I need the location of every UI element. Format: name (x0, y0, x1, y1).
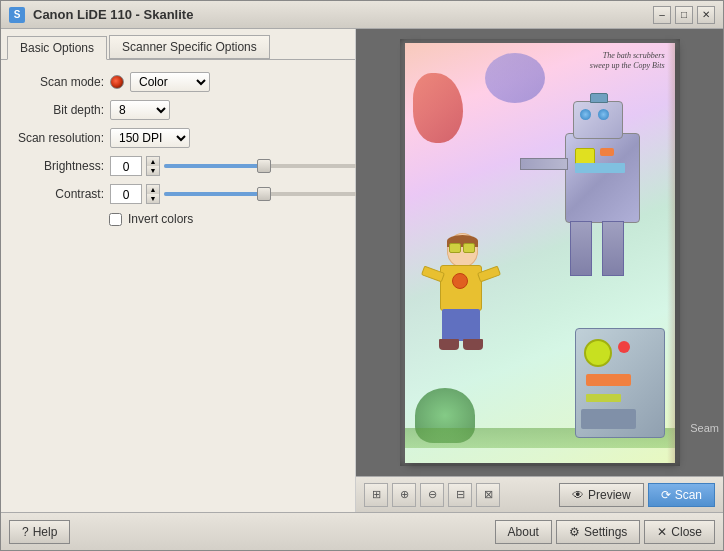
scan-icon: ⟳ (661, 488, 671, 502)
settings-icon: ⚙ (569, 525, 580, 539)
window-bottom-bar: ? Help About ⚙ Settings ✕ Close (1, 512, 723, 550)
close-label: Close (671, 525, 702, 539)
content-area: Basic Options Scanner Specific Options S… (1, 29, 723, 512)
scan-preview: The bath scrubbers sweep up the Copy Bit… (405, 43, 675, 463)
help-icon: ? (22, 525, 29, 539)
settings-label: Settings (584, 525, 627, 539)
brightness-value: 0 (110, 156, 142, 176)
contrast-down[interactable]: ▼ (147, 194, 159, 203)
tab-bar: Basic Options Scanner Specific Options (1, 29, 355, 60)
app-icon: S (9, 7, 25, 23)
scan-resolution-row: Scan resolution: 75 DPI 100 DPI 150 DPI … (9, 128, 347, 148)
tab-scanner-specific[interactable]: Scanner Specific Options (109, 35, 270, 59)
close-icon: ✕ (657, 525, 667, 539)
scan-image: The bath scrubbers sweep up the Copy Bit… (405, 43, 675, 463)
crop-button[interactable]: ⊠ (476, 483, 500, 507)
invert-colors-checkbox[interactable] (109, 213, 122, 226)
bit-depth-label: Bit depth: (9, 103, 104, 117)
settings-button[interactable]: ⚙ Settings (556, 520, 640, 544)
preview-icon: 👁 (572, 488, 584, 502)
right-panel: The bath scrubbers sweep up the Copy Bit… (356, 29, 723, 512)
bottom-right: About ⚙ Settings ✕ Close (495, 520, 715, 544)
invert-colors-label: Invert colors (128, 212, 193, 226)
brightness-row: Brightness: 0 ▲ ▼ (9, 156, 347, 176)
seam-label: Seam (690, 422, 719, 434)
close-dialog-button[interactable]: ✕ Close (644, 520, 715, 544)
scan-mode-label: Scan mode: (9, 75, 104, 89)
preview-button[interactable]: 👁 Preview (559, 483, 644, 507)
contrast-up[interactable]: ▲ (147, 185, 159, 194)
contrast-row: Contrast: 0 ▲ ▼ (9, 184, 347, 204)
zoom-out-button[interactable]: ⊖ (420, 483, 444, 507)
bit-depth-select[interactable]: 8 16 (110, 100, 170, 120)
scan-mode-select[interactable]: Color Gray Lineart (130, 72, 210, 92)
contrast-slider[interactable] (164, 192, 364, 196)
scan-label: Scan (675, 488, 702, 502)
scan-resolution-label: Scan resolution: (9, 131, 104, 145)
options-area: Scan mode: Color Gray Lineart Bit depth:… (1, 60, 355, 238)
maximize-button[interactable]: □ (675, 6, 693, 24)
window-controls: – □ ✕ (653, 6, 715, 24)
bottom-left: ? Help (9, 520, 70, 544)
help-button[interactable]: ? Help (9, 520, 70, 544)
tab-basic[interactable]: Basic Options (7, 36, 107, 60)
bit-depth-row: Bit depth: 8 16 (9, 100, 347, 120)
scan-button[interactable]: ⟳ Scan (648, 483, 715, 507)
page-edge (667, 43, 675, 463)
brightness-slider[interactable] (164, 164, 364, 168)
brightness-down[interactable]: ▼ (147, 166, 159, 175)
scanner-platen: The bath scrubbers sweep up the Copy Bit… (400, 39, 680, 466)
zoom-fit-button[interactable]: ⊞ (364, 483, 388, 507)
scan-mode-row: Scan mode: Color Gray Lineart (9, 72, 347, 92)
contrast-spinner[interactable]: ▲ ▼ (146, 184, 160, 204)
preview-text: The bath scrubbers sweep up the Copy Bit… (590, 51, 665, 72)
scan-resolution-select[interactable]: 75 DPI 100 DPI 150 DPI 200 DPI 300 DPI 6… (110, 128, 190, 148)
window-title: Canon LiDE 110 - Skanlite (33, 7, 193, 22)
brightness-up[interactable]: ▲ (147, 157, 159, 166)
brightness-spinner[interactable]: ▲ ▼ (146, 156, 160, 176)
zoom-in-button[interactable]: ⊕ (392, 483, 416, 507)
color-indicator (110, 75, 124, 89)
contrast-value: 0 (110, 184, 142, 204)
close-button[interactable]: ✕ (697, 6, 715, 24)
preview-area: The bath scrubbers sweep up the Copy Bit… (356, 29, 723, 476)
left-panel: Basic Options Scanner Specific Options S… (1, 29, 356, 512)
contrast-control: 0 ▲ ▼ (110, 184, 364, 204)
brightness-control: 0 ▲ ▼ (110, 156, 364, 176)
zoom-100-button[interactable]: ⊟ (448, 483, 472, 507)
main-window: S Canon LiDE 110 - Skanlite – □ ✕ Basic … (0, 0, 724, 551)
preview-label: Preview (588, 488, 631, 502)
toolbar-icons: ⊞ ⊕ ⊖ ⊟ ⊠ (364, 483, 500, 507)
invert-colors-row: Invert colors (9, 212, 347, 226)
titlebar: S Canon LiDE 110 - Skanlite – □ ✕ (1, 1, 723, 29)
illustration: The bath scrubbers sweep up the Copy Bit… (405, 43, 675, 463)
help-label: Help (33, 525, 58, 539)
preview-scan-buttons: 👁 Preview ⟳ Scan (559, 483, 715, 507)
about-label: About (508, 525, 539, 539)
preview-toolbar: ⊞ ⊕ ⊖ ⊟ ⊠ 👁 Preview ⟳ Scan (356, 476, 723, 512)
brightness-label: Brightness: (9, 159, 104, 173)
about-button[interactable]: About (495, 520, 552, 544)
minimize-button[interactable]: – (653, 6, 671, 24)
contrast-label: Contrast: (9, 187, 104, 201)
